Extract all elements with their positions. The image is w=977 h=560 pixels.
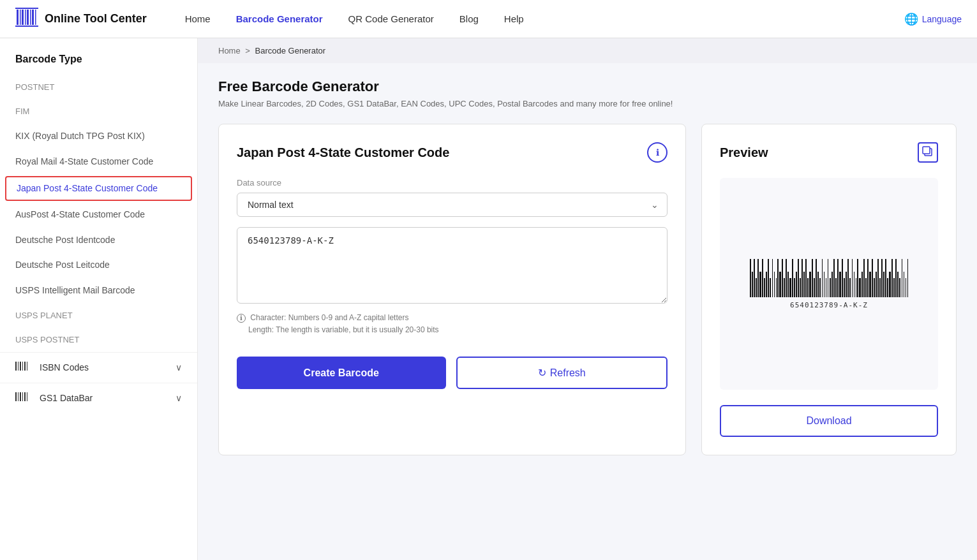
copy-button[interactable] [918,142,938,163]
sidebar: Barcode Type POSTNET FIM KIX (Royal Dutc… [0,38,198,560]
svg-rect-5 [30,10,31,25]
sidebar-title: Barcode Type [0,54,197,75]
svg-rect-20 [24,392,26,401]
create-barcode-button[interactable]: Create Barcode [237,357,446,389]
breadcrumb: Home > Barcode Generator [198,38,977,63]
data-source-select-wrapper: Normal text Base64 Hex ⌄ [237,193,667,217]
sidebar-item-postnet[interactable]: POSTNET [0,75,197,99]
svg-rect-19 [22,392,23,401]
hint-line2: Length: The length is variable, but it i… [248,325,439,334]
language-label: Language [922,14,962,24]
sidebar-item-royal-mail[interactable]: Royal Mail 4-State Customer Code [0,149,197,175]
svg-rect-7 [35,10,36,25]
gs1-chevron-icon: ∨ [175,393,182,403]
svg-rect-18 [20,392,21,401]
nav-home[interactable]: Home [185,13,211,24]
page-subtitle: Make Linear Barcodes, 2D Codes, GS1 Data… [218,99,957,108]
main-nav: Home Barcode Generator QR Code Generator… [185,13,904,24]
svg-rect-21 [27,392,27,401]
svg-rect-6 [32,10,34,25]
content-inner: Free Barcode Generator Make Linear Barco… [198,63,977,471]
isbn-chevron-icon: ∨ [175,362,182,372]
svg-rect-16 [15,392,17,401]
svg-rect-4 [27,10,29,25]
language-switcher[interactable]: 🌐 Language [904,12,962,26]
page-title: Free Barcode Generator [218,78,957,95]
refresh-label: Refresh [550,367,586,379]
two-column-layout: Japan Post 4-State Customer Code ℹ Data … [218,124,957,455]
preview-title: Preview [720,145,768,160]
content-area: Home > Barcode Generator Free Barcode Ge… [198,38,977,560]
data-source-label: Data source [237,178,667,188]
svg-rect-9 [15,26,38,27]
form-panel-title: Japan Post 4-State Customer Code [237,145,449,160]
copy-icon-glyph [922,146,934,159]
refresh-button[interactable]: ↻ Refresh [456,357,668,389]
gs1-barcode-icon [15,391,29,406]
preview-panel: Preview [701,124,957,455]
logo-text: Online Tool Center [45,12,147,26]
hint-line1: Character: Numbers 0-9 and A-Z capital l… [250,313,408,322]
info-icon: ℹ [656,147,659,158]
sidebar-item-usps-intelligent[interactable]: USPS Intelligent Mail Barcode [0,278,197,304]
hint-text: ℹ Character: Numbers 0-9 and A-Z capital… [237,312,667,336]
sidebar-item-japan-post[interactable]: Japan Post 4-State Customer Code [5,176,192,202]
data-source-select[interactable]: Normal text Base64 Hex [237,193,667,217]
hint-icon: ℹ [237,314,246,323]
svg-rect-8 [15,8,38,9]
refresh-icon: ↻ [538,367,546,379]
sidebar-section-gs1[interactable]: GS1 DataBar ∨ [0,383,197,413]
svg-rect-15 [27,362,27,371]
globe-icon: 🌐 [904,12,918,26]
svg-rect-17 [18,392,19,401]
svg-rect-23 [923,147,930,154]
breadcrumb-home[interactable]: Home [218,46,241,55]
sidebar-item-deutsche-leitcode[interactable]: Deutsche Post Leitcode [0,253,197,278]
sidebar-item-kix[interactable]: KIX (Royal Dutch TPG Post KIX) [0,124,197,149]
sidebar-item-usps-postnet[interactable]: USPS POSTNET [0,328,197,352]
sidebar-item-deutsche-identcode[interactable]: Deutsche Post Identcode [0,228,197,253]
svg-rect-12 [20,362,21,371]
main-layout: Barcode Type POSTNET FIM KIX (Royal Dutc… [0,38,977,560]
nav-qr-code-generator[interactable]: QR Code Generator [348,13,434,24]
sidebar-section-isbn-label: ISBN Codes [40,362,89,372]
barcode-value-label: 6540123789-A-K-Z [790,301,868,309]
form-panel: Japan Post 4-State Customer Code ℹ Data … [218,124,686,455]
download-button[interactable]: Download [720,405,938,437]
sidebar-item-fim[interactable]: FIM [0,99,197,124]
svg-rect-3 [25,10,26,25]
logo-icon [15,6,38,32]
logo[interactable]: Online Tool Center [15,6,147,32]
nav-help[interactable]: Help [504,13,524,24]
barcode-display: 6540123789-A-K-Z [750,259,909,309]
sidebar-section-gs1-label: GS1 DataBar [40,393,93,403]
isbn-barcode-icon [15,360,29,375]
button-row: Create Barcode ↻ Refresh [237,357,667,389]
svg-rect-11 [18,362,19,371]
header: Online Tool Center Home Barcode Generato… [0,0,977,38]
sidebar-item-auspost[interactable]: AusPost 4-State Customer Code [0,202,197,228]
nav-blog[interactable]: Blog [459,13,479,24]
sidebar-section-isbn[interactable]: ISBN Codes ∨ [0,352,197,383]
nav-barcode-generator[interactable]: Barcode Generator [236,13,323,24]
preview-header: Preview [720,142,938,163]
svg-rect-10 [15,362,17,371]
breadcrumb-current: Barcode Generator [255,46,326,55]
svg-rect-14 [24,362,26,371]
sidebar-item-usps-planet[interactable]: USPS PLANET [0,304,197,328]
preview-area: 6540123789-A-K-Z [720,178,938,390]
breadcrumb-separator: > [245,46,250,55]
barcode-input[interactable]: 6540123789-A-K-Z [237,227,667,304]
form-panel-header: Japan Post 4-State Customer Code ℹ [237,142,667,163]
barcode-bars [750,259,909,297]
svg-rect-13 [22,362,23,371]
svg-rect-2 [22,10,24,25]
svg-rect-1 [20,10,21,25]
svg-rect-0 [17,10,19,25]
info-button[interactable]: ℹ [647,142,667,163]
